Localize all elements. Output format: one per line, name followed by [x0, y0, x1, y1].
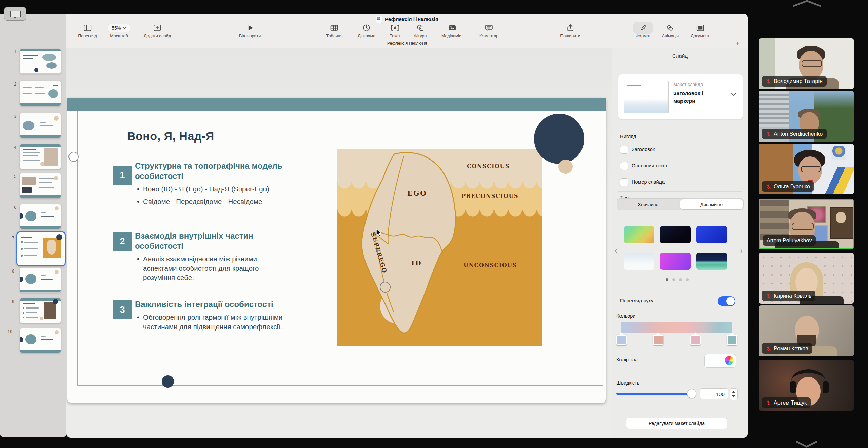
play-button[interactable]: Відтворити	[239, 23, 261, 38]
slide-thumbnail-10[interactable]	[20, 328, 61, 353]
page-dot-4[interactable]	[686, 278, 689, 281]
format-button[interactable]: Формат	[633, 23, 653, 38]
participants-scroll-down-chevron-icon[interactable]	[796, 441, 817, 448]
document-button[interactable]: Документ	[691, 23, 709, 38]
slide-thumbnail-2[interactable]	[20, 81, 61, 106]
chart-button[interactable]: Діаграма	[358, 23, 375, 38]
monitor-icon	[10, 11, 21, 17]
comment-button[interactable]: Коментар	[479, 23, 498, 38]
item-number-3: 3	[113, 300, 132, 319]
media-button[interactable]: Медіавміст	[441, 23, 463, 38]
participant-tile-active-speaker[interactable]: Artem Polulyakhov	[759, 199, 854, 249]
screen-share-indicator-icon[interactable]	[4, 7, 26, 21]
bg-color-well[interactable]	[704, 354, 736, 368]
participant-tile[interactable]: Ольга Гуренко	[759, 144, 854, 194]
participant-video	[790, 381, 796, 393]
conscious-label: CONSCIOUS	[467, 163, 510, 169]
background-swatch-light[interactable]	[624, 253, 654, 270]
slide-thumbnail-7-selected[interactable]	[16, 231, 66, 266]
participant-video	[823, 381, 829, 393]
add-slide-button[interactable]: Додати слайд	[144, 23, 171, 38]
page-dot-3[interactable]	[679, 278, 682, 281]
layout-value: Заголовок і маркери	[673, 89, 724, 105]
iceberg-diagram[interactable]: EGO ID SUPEREGO CONSCIOUS PRECONSCIOUS U…	[337, 149, 542, 346]
slide-thumbnail-6[interactable]	[20, 204, 61, 229]
page-dot-1[interactable]	[666, 278, 668, 281]
unconscious-label: UNCONSCIOUS	[463, 262, 517, 268]
slide-canvas[interactable]: Воно, Я, Над-Я 1 Структурна та топографі…	[67, 98, 606, 403]
participant-video	[816, 167, 854, 194]
background-swatch-gradient-green[interactable]	[624, 226, 654, 243]
speed-stepper[interactable]	[730, 388, 738, 400]
speed-slider-knob[interactable]	[687, 389, 696, 398]
add-tab-button[interactable]: +	[736, 40, 739, 47]
motion-preview-toggle[interactable]	[718, 296, 735, 306]
ego-label: EGO	[407, 189, 427, 198]
view-button[interactable]: Перегляд	[78, 23, 97, 38]
participant-tile[interactable]: Роман Кетков	[759, 305, 854, 356]
thumb-decor	[20, 135, 61, 138]
gradient-handle-teal[interactable]	[727, 335, 737, 345]
title-checkbox[interactable]	[620, 146, 628, 154]
thumb-decor	[23, 87, 32, 88]
tab-standard[interactable]: Звичайне	[617, 199, 679, 210]
zoom-control[interactable]: 55% Масштаб	[108, 23, 130, 38]
text-button[interactable]: A Текст	[390, 23, 400, 38]
slide-title[interactable]: Воно, Я, Над-Я	[127, 130, 214, 143]
slide-layout-card[interactable]: Макет слайда Заголовок і маркери	[618, 74, 743, 119]
selection-handle[interactable]	[68, 152, 79, 162]
page-dot-2[interactable]	[672, 278, 675, 281]
thumb-decor	[23, 121, 34, 130]
shape-button[interactable]: Фігура	[414, 23, 427, 38]
participant-tile[interactable]: Карина Коваль	[759, 253, 854, 304]
slide-thumbnail-9[interactable]	[20, 298, 61, 323]
slide-item-2[interactable]: Взаємодія внутрішніх частин особистості …	[135, 231, 289, 282]
participant-tile[interactable]: Володимир Татарін	[759, 38, 854, 89]
edit-slide-layout-button[interactable]: Редагувати макет слайда	[626, 418, 727, 429]
thumb-decor	[35, 87, 44, 88]
thumb-decor	[41, 279, 53, 280]
color-wheel-icon[interactable]	[725, 356, 734, 365]
background-swatch-blue[interactable]	[696, 226, 727, 243]
document-tab[interactable]: Рефлексія і інклюзія	[66, 39, 748, 48]
gradient-handle-salmon[interactable]	[653, 335, 663, 345]
table-button[interactable]: Таблиця	[326, 23, 343, 38]
participants-collapse-chevron-icon[interactable]	[793, 0, 821, 7]
slide-thumbnail-4[interactable]	[20, 144, 61, 169]
background-swatch-dark[interactable]	[660, 226, 691, 243]
colors-gradient-bar[interactable]	[621, 322, 732, 333]
speed-value-field[interactable]: 100	[700, 388, 728, 399]
text-label: Текст	[390, 34, 400, 38]
gradient-handle-blue[interactable]	[616, 335, 627, 345]
slide-item-1[interactable]: Структурна та топографічна модель особис…	[135, 161, 289, 206]
speed-slider[interactable]	[616, 393, 694, 395]
swatches-next-arrow[interactable]: ›	[740, 246, 743, 255]
body-text-checkbox[interactable]	[620, 162, 628, 170]
slide-thumbnail-5[interactable]	[20, 173, 61, 198]
thumb-decor	[23, 58, 33, 59]
slide-thumbnail-8[interactable]	[20, 267, 61, 293]
thumb-decor	[24, 255, 37, 256]
item-bullet: Свідоме - Передсвідоме - Несвідоме	[135, 197, 289, 206]
participant-name: Anton Serdiuchenko	[774, 131, 823, 137]
background-swatch-mountains[interactable]	[696, 253, 727, 270]
animate-button[interactable]: Анімація	[662, 23, 679, 38]
participant-tile[interactable]: Артем Тищук	[759, 360, 854, 411]
slide-item-3[interactable]: Важливість інтеграції особистості Обгово…	[135, 299, 289, 331]
slide-thumbnail-1[interactable]	[20, 49, 61, 74]
gradient-handle-pink[interactable]	[690, 335, 701, 345]
participant-name-pill: Ольга Гуренко	[762, 181, 814, 192]
slide-thumbnail-3[interactable]	[20, 113, 61, 138]
background-swatch-purple[interactable]	[660, 253, 691, 270]
slide-number-checkbox[interactable]	[620, 178, 628, 186]
swatches-prev-arrow[interactable]: ‹	[615, 246, 617, 255]
format-active-highlight	[633, 22, 653, 34]
thumb-decor	[44, 148, 58, 166]
decor-navy-dot	[162, 375, 174, 388]
preconscious-label: PRECONSCIOUS	[461, 193, 518, 199]
participant-tile[interactable]: Anton Serdiuchenko	[759, 91, 854, 142]
tab-dynamic-selected[interactable]: Динамічне	[680, 199, 743, 209]
colors-label: Кольори	[616, 313, 635, 319]
thumb-decor	[25, 211, 36, 221]
share-button[interactable]: Поширити	[560, 23, 580, 38]
